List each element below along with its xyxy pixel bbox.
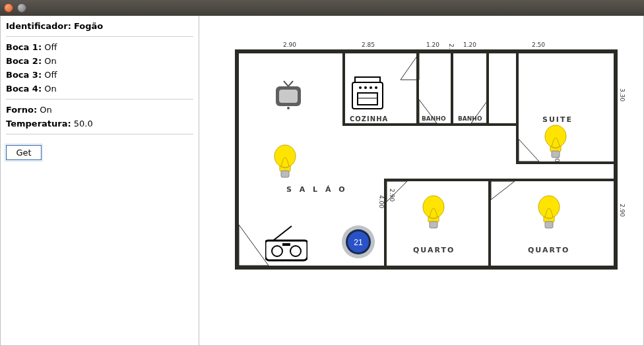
- lightbulb-icon[interactable]: [420, 195, 447, 231]
- identifier-value: Fogão: [74, 21, 103, 31]
- room-label-quarto2: QUARTO: [528, 246, 569, 254]
- svg-point-7: [370, 86, 372, 89]
- wall: [486, 53, 489, 126]
- oven-row: Forno: On: [6, 103, 193, 116]
- get-button[interactable]: Get: [6, 145, 42, 160]
- burner-3-label: Boca 3:: [6, 70, 42, 80]
- room-label-salao: S A L Á O: [286, 185, 348, 194]
- svg-rect-20: [281, 171, 289, 177]
- lightbulb-icon[interactable]: [536, 195, 562, 231]
- svg-point-6: [364, 86, 367, 89]
- window-titlebar: [0, 0, 644, 16]
- burner-2-row: Boca 2: On: [6, 55, 193, 67]
- wall: [451, 53, 453, 126]
- identifier-label: Identificador:: [6, 21, 71, 31]
- identifier-row: Identificador: Fogão: [6, 20, 193, 32]
- temperature-row: Temperatura: 50.0: [6, 117, 193, 130]
- burner-2-value: On: [44, 56, 56, 66]
- room-label-suite: SUITE: [542, 115, 573, 124]
- svg-rect-26: [545, 221, 553, 228]
- thermostat-icon[interactable]: 21: [341, 225, 375, 259]
- svg-point-8: [375, 86, 377, 89]
- wall: [516, 53, 519, 164]
- burner-4-label: Boca 4:: [6, 84, 42, 94]
- dim-right-suite: 3.30: [619, 88, 626, 101]
- svg-text:21: 21: [354, 238, 363, 247]
- floorplan: 0.90 4.00 2.90 S A L Á O: [235, 49, 618, 270]
- separator: [6, 36, 193, 37]
- svg-rect-24: [430, 221, 437, 228]
- separator: [6, 99, 193, 100]
- room-label-banho1: BANHO: [422, 115, 446, 122]
- burner-3-value: Off: [44, 70, 57, 80]
- room-label-banho2: BANHO: [458, 115, 482, 122]
- svg-rect-14: [282, 243, 290, 246]
- wall: [342, 123, 419, 126]
- dim-right-quarto2: 2.90: [619, 204, 626, 217]
- dim-quarto1-w: 2.90: [389, 188, 395, 202]
- tv-icon[interactable]: [272, 78, 305, 110]
- svg-point-2: [287, 107, 290, 109]
- svg-rect-22: [552, 151, 560, 158]
- dim-top-cozinha: 2.85: [362, 42, 375, 48]
- dim-top-banho1: 1.20: [426, 42, 439, 48]
- burner-1-value: Off: [44, 42, 57, 52]
- svg-point-23: [423, 196, 444, 218]
- lightbulb-icon[interactable]: [272, 144, 298, 181]
- wall: [384, 179, 387, 266]
- burner-1-label: Boca 1:: [6, 42, 42, 52]
- svg-point-19: [274, 145, 296, 167]
- svg-rect-4: [355, 77, 380, 82]
- burner-4-row: Boca 4: On: [6, 82, 193, 95]
- wall: [488, 179, 491, 266]
- minimize-icon[interactable]: [17, 3, 26, 13]
- svg-point-21: [545, 125, 566, 148]
- svg-line-11: [273, 226, 292, 241]
- radio-icon[interactable]: [265, 225, 307, 262]
- burner-2-label: Boca 2:: [6, 56, 42, 66]
- svg-point-5: [359, 86, 362, 89]
- burner-1-row: Boca 1: Off: [6, 41, 193, 53]
- dim-quarto1-h: 4.00: [378, 195, 385, 208]
- main-content: Identificador: Fogão Boca 1: Off Boca 2:…: [0, 16, 644, 346]
- wall: [516, 161, 614, 164]
- svg-rect-9: [358, 93, 377, 105]
- wall: [416, 53, 419, 126]
- floorplan-panel: 2.90 2.85 1.20 2.25 1.20 2.50 3.30 2.90 …: [199, 16, 644, 346]
- dim-top-banho2: 1.20: [463, 42, 476, 48]
- svg-rect-1: [279, 90, 298, 103]
- room-label-quarto1: QUARTO: [413, 246, 455, 254]
- dim-top-salao: 2.90: [283, 42, 296, 48]
- status-panel: Identificador: Fogão Boca 1: Off Boca 2:…: [0, 16, 199, 346]
- burner-3-row: Boca 3: Off: [6, 69, 193, 81]
- temperature-value: 50.0: [74, 119, 93, 129]
- wall: [384, 179, 614, 181]
- wall: [516, 179, 519, 181]
- close-icon[interactable]: [4, 3, 13, 13]
- svg-point-25: [538, 196, 560, 218]
- oven-label: Forno:: [6, 105, 37, 115]
- room-label-cozinha: COZINHA: [350, 115, 388, 123]
- dim-top-suite: 2.50: [532, 42, 545, 48]
- burner-4-value: On: [44, 84, 56, 94]
- svg-point-12: [272, 246, 282, 256]
- temperature-label: Temperatura:: [6, 119, 71, 129]
- stove-icon[interactable]: [351, 72, 384, 110]
- wall: [416, 123, 517, 126]
- svg-point-13: [290, 246, 301, 256]
- separator: [6, 134, 193, 134]
- lightbulb-icon[interactable]: [542, 125, 569, 161]
- oven-value: On: [40, 105, 51, 115]
- wall: [342, 53, 345, 123]
